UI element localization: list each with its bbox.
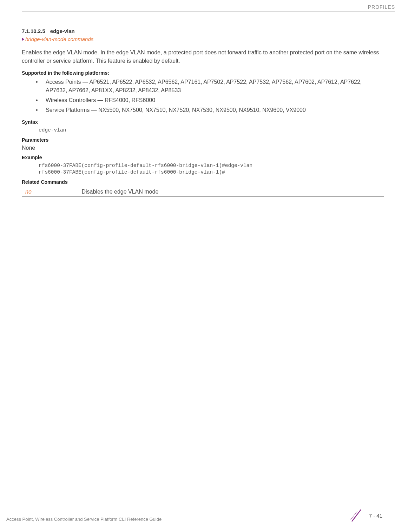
parameters-heading: Parameters — [22, 137, 384, 143]
example-heading: Example — [22, 155, 384, 160]
page-footer: Access Point, Wireless Controller and Se… — [6, 516, 382, 522]
page-category: PROFILES — [368, 4, 395, 10]
command-cell: no — [22, 187, 78, 196]
section-title: edge-vlan — [50, 28, 75, 34]
description-cell: Disables the edge VLAN mode — [78, 187, 384, 196]
breadcrumb-text: bridge-vlan-mode commands — [25, 36, 93, 42]
parameters-text: None — [22, 145, 384, 151]
related-heading: Related Commands — [22, 179, 384, 185]
section-description: Enables the edge VLAN mode. In the edge … — [22, 48, 384, 65]
list-item: Wireless Controllers — RFS4000, RFS6000 — [36, 96, 384, 105]
list-item: Access Points — AP6521, AP6522, AP6532, … — [36, 78, 384, 95]
footer-right: 7 - 41 — [349, 508, 382, 524]
triangle-icon — [22, 38, 24, 41]
svg-line-0 — [352, 510, 361, 521]
platforms-list: Access Points — AP6521, AP6522, AP6532, … — [36, 78, 384, 114]
main-content: 7.1.10.2.5edge-vlan bridge-vlan-mode com… — [22, 28, 384, 197]
syntax-heading: Syntax — [22, 119, 384, 125]
example-code: rfs6000-37FABE(config-profile-default-rf… — [39, 162, 384, 176]
table-row: no Disables the edge VLAN mode — [22, 187, 384, 196]
footer-text: Access Point, Wireless Controller and Se… — [6, 517, 162, 522]
list-item: Service Platforms — NX5500, NX7500, NX75… — [36, 106, 384, 114]
header-divider — [22, 11, 395, 12]
section-heading: 7.1.10.2.5edge-vlan — [22, 28, 384, 34]
syntax-code: edge-vlan — [39, 127, 384, 134]
platforms-heading: Supported in the following platforms: — [22, 70, 384, 76]
related-commands-table: no Disables the edge VLAN mode — [22, 187, 384, 197]
section-number: 7.1.10.2.5 — [22, 28, 45, 34]
slash-icon — [349, 508, 364, 524]
page-number: 7 - 41 — [369, 513, 382, 519]
breadcrumb: bridge-vlan-mode commands — [22, 36, 384, 42]
